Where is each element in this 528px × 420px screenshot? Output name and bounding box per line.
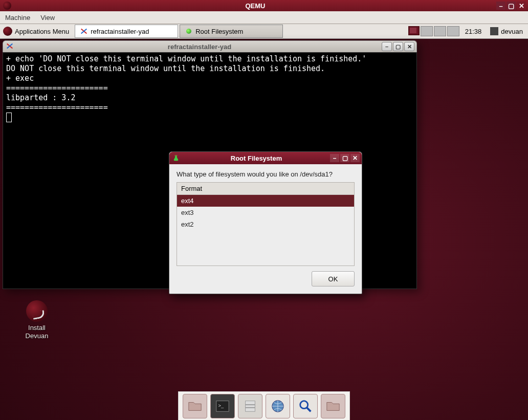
qemu-close-button[interactable]: ✕: [517, 2, 526, 10]
dock-folder[interactable]: [321, 394, 345, 418]
menu-view[interactable]: View: [38, 13, 57, 23]
list-item-ext3[interactable]: ext3: [177, 207, 354, 218]
desktop-icon-label: Install Devuan: [16, 324, 57, 340]
cursor: [6, 113, 12, 122]
svg-point-7: [300, 401, 308, 409]
taskbar-item-root-filesystem[interactable]: Root Filesystem: [180, 25, 283, 38]
user-menu[interactable]: devuan: [487, 27, 526, 35]
dock-search[interactable]: [293, 394, 318, 418]
menu-machine[interactable]: Machine: [3, 13, 32, 23]
terminal-title: refractainstaller-yad: [17, 43, 382, 51]
folder-icon: [325, 399, 341, 414]
task-label: refractainstaller-yad: [91, 28, 149, 35]
workspace-3[interactable]: [434, 26, 446, 36]
app-icon: [185, 28, 192, 35]
clock[interactable]: 21:38: [461, 28, 486, 35]
workspace-switcher: [408, 26, 459, 36]
qemu-icon: [3, 2, 11, 10]
dialog-title: Root Filesystem: [183, 154, 330, 162]
dialog-titlebar[interactable]: Root Filesystem – ▢ ✕: [169, 152, 362, 164]
qemu-menubar: Machine View: [0, 11, 528, 24]
list-header[interactable]: Format: [177, 183, 354, 195]
svg-rect-5: [246, 407, 255, 408]
qemu-title: QEMU: [14, 2, 496, 10]
workspace-1[interactable]: [408, 26, 420, 35]
installer-icon: [26, 300, 48, 322]
qemu-maximize-button[interactable]: ▢: [507, 2, 516, 10]
ok-button[interactable]: OK: [312, 271, 355, 286]
terminal-minimize-button[interactable]: –: [382, 42, 392, 51]
desktop-icon-install-devuan[interactable]: Install Devuan: [16, 300, 57, 340]
applications-menu-label: Applications Menu: [15, 28, 69, 35]
globe-icon: [270, 399, 285, 414]
dialog-minimize-button[interactable]: –: [330, 154, 339, 162]
user-name: devuan: [501, 28, 523, 35]
magnifier-icon: [298, 399, 313, 414]
flask-icon: [172, 154, 180, 162]
task-label: Root Filesystem: [195, 28, 243, 35]
dock-web-browser[interactable]: [266, 394, 290, 418]
dock: >_: [178, 391, 350, 420]
svg-text:>_: >_: [218, 403, 224, 408]
user-icon: [490, 27, 498, 35]
dialog-maximize-button[interactable]: ▢: [340, 154, 349, 162]
filesystem-listbox[interactable]: Format ext4 ext3 ext2: [177, 182, 355, 266]
dock-file-manager[interactable]: [183, 394, 207, 418]
top-panel: Applications Menu refractainstaller-yad …: [0, 24, 528, 39]
dialog-close-button[interactable]: ✕: [350, 154, 360, 162]
root-filesystem-dialog: Root Filesystem – ▢ ✕ What type of files…: [169, 151, 362, 294]
taskbar-item-refractainstaller[interactable]: refractainstaller-yad: [75, 25, 178, 38]
app-icon: [80, 28, 87, 35]
devuan-logo-icon: [3, 27, 12, 36]
svg-rect-4: [246, 404, 255, 405]
dock-terminal[interactable]: >_: [210, 394, 235, 418]
guest-desktop: Applications Menu refractainstaller-yad …: [0, 24, 528, 420]
terminal-titlebar[interactable]: refractainstaller-yad – ▢ ✕: [3, 40, 417, 52]
applications-menu-button[interactable]: Applications Menu: [2, 25, 73, 37]
dialog-question: What type of filesystem would you like o…: [177, 170, 355, 178]
workspace-4[interactable]: [447, 26, 459, 36]
dock-archive-manager[interactable]: [238, 394, 262, 418]
qemu-minimize-button[interactable]: –: [496, 2, 505, 10]
list-item-ext4[interactable]: ext4: [177, 195, 354, 207]
svg-rect-0: [174, 155, 177, 156]
svg-line-8: [307, 408, 311, 412]
svg-rect-3: [246, 401, 255, 412]
terminal-app-icon: [6, 42, 14, 51]
terminal-close-button[interactable]: ✕: [404, 42, 414, 51]
terminal-icon: >_: [215, 399, 230, 414]
qemu-titlebar: QEMU – ▢ ✕: [0, 0, 528, 11]
archive-icon: [243, 399, 258, 414]
list-item-ext2[interactable]: ext2: [177, 218, 354, 230]
folder-icon: [187, 399, 203, 414]
workspace-2[interactable]: [421, 26, 433, 36]
terminal-maximize-button[interactable]: ▢: [393, 42, 403, 51]
